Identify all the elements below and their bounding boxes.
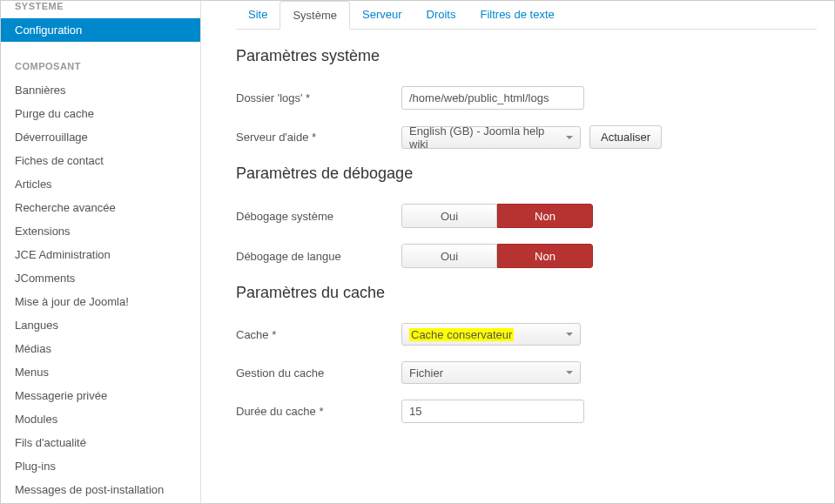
sidebar-item[interactable]: JCE Administration	[1, 243, 200, 266]
sidebar-heading-component: COMPOSANT	[1, 57, 200, 78]
tab-site[interactable]: Site	[236, 1, 279, 29]
select-help-server[interactable]: English (GB) - Joomla help wiki	[401, 126, 581, 149]
sidebar-item[interactable]: JComments	[1, 266, 200, 290]
tab-bar: Site Système Serveur Droits Filtres de t…	[236, 1, 817, 30]
chevron-down-icon	[566, 371, 573, 374]
input-cache-time[interactable]	[401, 400, 584, 423]
input-logs[interactable]	[401, 86, 584, 110]
sidebar-item[interactable]: Messagerie privée	[1, 384, 200, 407]
select-cache-handler-value: Fichier	[409, 366, 443, 380]
main-content: Site Système Serveur Droits Filtres de t…	[201, 1, 834, 503]
tab-rights[interactable]: Droits	[414, 1, 468, 29]
select-cache-handler[interactable]: Fichier	[401, 361, 581, 384]
sidebar-item[interactable]: Modules	[1, 407, 200, 431]
chevron-down-icon	[566, 136, 573, 139]
label-cache-handler: Gestion du cache	[236, 366, 401, 380]
sidebar-item[interactable]: Menus	[1, 360, 200, 384]
tab-system[interactable]: Système	[279, 1, 350, 30]
toggle-no[interactable]: Non	[497, 204, 593, 228]
label-logs: Dossier 'logs' *	[236, 91, 401, 104]
sidebar-item[interactable]: Mise à jour de Joomla!	[1, 290, 200, 313]
label-cache-time: Durée du cache *	[236, 405, 401, 418]
toggle-debug-language: Oui Non	[401, 244, 593, 268]
chevron-down-icon	[566, 333, 573, 336]
toggle-no[interactable]: Non	[497, 244, 593, 268]
toggle-yes[interactable]: Oui	[401, 244, 497, 268]
sidebar: SYSTEME Configuration COMPOSANT Bannière…	[1, 1, 201, 503]
section-title-cache: Paramètres du cache	[236, 284, 817, 302]
sidebar-item[interactable]: Bannières	[1, 78, 200, 102]
refresh-button[interactable]: Actualiser	[589, 125, 662, 149]
sidebar-heading-system: SYSTEME	[1, 1, 200, 18]
sidebar-item[interactable]: Déverrouillage	[1, 125, 200, 149]
sidebar-item[interactable]: Médias	[1, 337, 200, 360]
tab-filters[interactable]: Filtres de texte	[468, 1, 566, 29]
label-debug-system: Débogage système	[236, 210, 401, 223]
toggle-debug-system: Oui Non	[401, 204, 593, 228]
label-debug-language: Débogage de langue	[236, 250, 401, 263]
sidebar-item[interactable]: Recherche avancée	[1, 196, 200, 219]
section-title-system: Paramètres système	[236, 47, 817, 65]
sidebar-item[interactable]: Purge du cache	[1, 102, 200, 125]
toggle-yes[interactable]: Oui	[401, 204, 497, 228]
sidebar-item[interactable]: Fils d'actualité	[1, 431, 200, 454]
sidebar-item[interactable]: Extensions	[1, 219, 200, 243]
sidebar-item[interactable]: Langues	[1, 313, 200, 337]
sidebar-item[interactable]: Plug-ins	[1, 454, 200, 478]
label-help-server: Serveur d'aide *	[236, 131, 401, 144]
sidebar-item[interactable]: Articles	[1, 172, 200, 196]
select-cache-value: Cache conservateur	[409, 328, 514, 341]
label-cache: Cache *	[236, 328, 401, 341]
select-help-value: English (GB) - Joomla help wiki	[409, 124, 559, 151]
sidebar-item[interactable]: Messages de post-installation	[1, 478, 200, 501]
sidebar-item[interactable]: Fiches de contact	[1, 149, 200, 172]
sidebar-item-configuration[interactable]: Configuration	[1, 18, 200, 42]
tab-server[interactable]: Serveur	[350, 1, 414, 29]
section-title-debug: Paramètres de débogage	[236, 165, 817, 183]
select-cache[interactable]: Cache conservateur	[401, 323, 581, 346]
